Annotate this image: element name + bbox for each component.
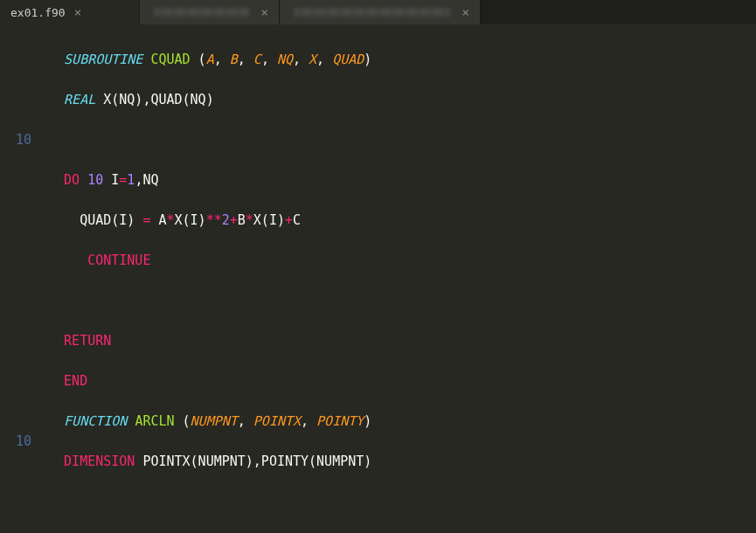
code-line: REAL X(NQ),QUAD(NQ) <box>40 90 608 110</box>
tab-label-blurred <box>154 8 249 17</box>
code-area[interactable]: SUBROUTINE CQUAD (A, B, C, NQ, X, QUAD) … <box>40 24 608 533</box>
tab-label-blurred <box>294 8 450 17</box>
tab-2[interactable]: × <box>140 0 280 24</box>
code-line: SUBROUTINE CQUAD (A, B, C, NQ, X, QUAD) <box>40 50 608 70</box>
editor: 10 10 SUBROUTINE CQUAD (A, B, C, NQ, X, … <box>0 24 756 533</box>
line-label: 10 <box>0 432 31 452</box>
code-line: DO 10 I=1,NQ <box>40 170 608 190</box>
gutter: 10 10 <box>0 24 40 533</box>
code-line <box>40 492 608 512</box>
close-icon[interactable]: × <box>74 5 81 19</box>
code-line: RETURN <box>40 331 608 351</box>
close-icon[interactable]: × <box>462 5 469 19</box>
tab-bar: ex01.f90 × × × <box>0 0 756 24</box>
code-line <box>40 291 608 311</box>
line-label: 10 <box>0 130 31 150</box>
code-line: FUNCTION ARCLN (NUMPNT, POINTX, POINTY) <box>40 412 608 432</box>
code-line <box>40 130 608 150</box>
code-line: END <box>40 371 608 391</box>
code-line: DIMENSION POINTX(NUMPNT),POINTY(NUMPNT) <box>40 452 608 472</box>
code-line: QUAD(I) = A*X(I)**2+B*X(I)+C <box>40 211 608 231</box>
tab-3[interactable]: × <box>280 0 481 24</box>
tab-ex01[interactable]: ex01.f90 × <box>0 0 140 24</box>
code-line: CONTINUE <box>40 251 608 271</box>
close-icon[interactable]: × <box>261 5 268 19</box>
tab-label: ex01.f90 <box>10 6 66 19</box>
